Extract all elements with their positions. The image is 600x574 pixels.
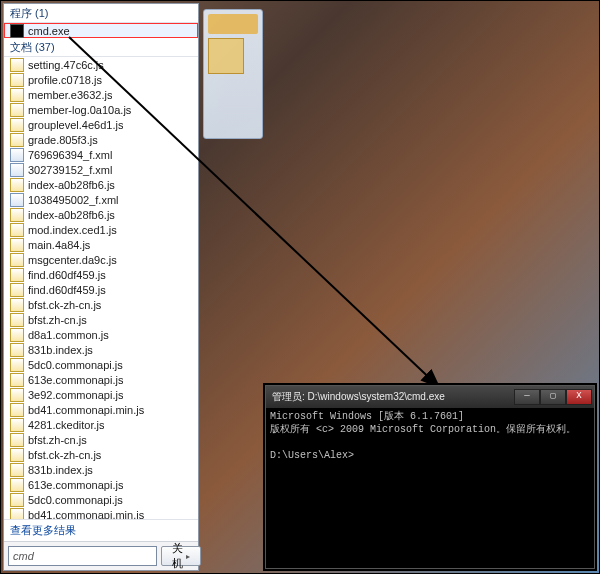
ribbon-highlight xyxy=(208,14,258,34)
file-item[interactable]: grouplevel.4e6d1.js xyxy=(4,117,198,132)
minimize-button[interactable]: — xyxy=(514,389,540,405)
paste-button-bg xyxy=(208,38,244,74)
search-input[interactable] xyxy=(8,546,157,566)
js-icon xyxy=(10,493,24,507)
file-item[interactable]: 5dc0.commonapi.js xyxy=(4,357,198,372)
file-item[interactable]: 1038495002_f.xml xyxy=(4,192,198,207)
js-icon xyxy=(10,268,24,282)
close-button[interactable]: X xyxy=(566,389,592,405)
js-icon xyxy=(10,343,24,357)
js-icon xyxy=(10,478,24,492)
js-icon xyxy=(10,388,24,402)
js-icon xyxy=(10,223,24,237)
file-item[interactable]: 831b.index.js xyxy=(4,462,198,477)
shutdown-label: 关机 xyxy=(172,541,183,571)
js-icon xyxy=(10,88,24,102)
file-item[interactable]: 769696394_f.xml xyxy=(4,147,198,162)
file-label: 831b.index.js xyxy=(28,344,93,356)
file-label: 613e.commonapi.js xyxy=(28,479,123,491)
js-icon xyxy=(10,133,24,147)
file-label: setting.47c6c.js xyxy=(28,59,104,71)
file-item[interactable]: member-log.0a10a.js xyxy=(4,102,198,117)
file-item[interactable]: 831b.index.js xyxy=(4,342,198,357)
file-item[interactable]: bd41.commonapi.min.js xyxy=(4,402,198,417)
maximize-button[interactable]: ▢ xyxy=(540,389,566,405)
file-label: d8a1.common.js xyxy=(28,329,109,341)
js-icon xyxy=(10,208,24,222)
file-item[interactable]: main.4a84.js xyxy=(4,237,198,252)
file-item[interactable]: 4281.ckeditor.js xyxy=(4,417,198,432)
console-body[interactable]: Microsoft Windows [版本 6.1.7601] 版权所有 <c>… xyxy=(266,408,594,568)
file-item[interactable]: bfst.zh-cn.js xyxy=(4,432,198,447)
file-label: index-a0b28fb6.js xyxy=(28,209,115,221)
console-line: Microsoft Windows [版本 6.1.7601] xyxy=(270,411,464,422)
console-titlebar[interactable]: 管理员: D:\windows\system32\cmd.exe — ▢ X xyxy=(266,386,594,408)
js-icon xyxy=(10,373,24,387)
file-item[interactable]: d8a1.common.js xyxy=(4,327,198,342)
file-item[interactable]: bd41.commonapi.min.js xyxy=(4,507,198,519)
file-label: profile.c0718.js xyxy=(28,74,102,86)
file-item[interactable]: mod.index.ced1.js xyxy=(4,222,198,237)
file-item[interactable]: setting.47c6c.js xyxy=(4,57,198,72)
cmd-console-window: 管理员: D:\windows\system32\cmd.exe — ▢ X M… xyxy=(265,385,595,569)
xml-icon xyxy=(10,148,24,162)
files-list: setting.47c6c.jsprofile.c0718.jsmember.e… xyxy=(4,57,198,519)
file-label: grouplevel.4e6d1.js xyxy=(28,119,123,131)
js-icon xyxy=(10,283,24,297)
file-label: grade.805f3.js xyxy=(28,134,98,146)
console-prompt: D:\Users\Alex> xyxy=(270,450,354,461)
js-icon xyxy=(10,178,24,192)
js-icon xyxy=(10,403,24,417)
program-label: cmd.exe xyxy=(28,25,70,37)
file-label: 1038495002_f.xml xyxy=(28,194,119,206)
programs-section-header: 程序 (1) xyxy=(4,4,198,23)
file-item[interactable]: 3e92.commonapi.js xyxy=(4,387,198,402)
file-item[interactable]: bfst.ck-zh-cn.js xyxy=(4,447,198,462)
js-icon xyxy=(10,433,24,447)
file-label: 769696394_f.xml xyxy=(28,149,112,161)
file-item[interactable]: bfst.ck-zh-cn.js xyxy=(4,297,198,312)
file-label: 831b.index.js xyxy=(28,464,93,476)
program-cmd[interactable]: cmd.exe xyxy=(4,23,198,38)
file-label: bd41.commonapi.min.js xyxy=(28,509,144,520)
file-item[interactable]: 302739152_f.xml xyxy=(4,162,198,177)
file-item[interactable]: 613e.commonapi.js xyxy=(4,372,198,387)
see-more-results[interactable]: 查看更多结果 xyxy=(4,519,198,541)
file-item[interactable]: bfst.zh-cn.js xyxy=(4,312,198,327)
file-item[interactable]: msgcenter.da9c.js xyxy=(4,252,198,267)
file-item[interactable]: index-a0b28fb6.js xyxy=(4,207,198,222)
file-label: find.d60df459.js xyxy=(28,269,106,281)
console-title: 管理员: D:\windows\system32\cmd.exe xyxy=(272,390,514,404)
js-icon xyxy=(10,103,24,117)
js-icon xyxy=(10,358,24,372)
js-icon xyxy=(10,298,24,312)
chevron-right-icon: ▸ xyxy=(186,552,190,561)
js-icon xyxy=(10,253,24,267)
background-window xyxy=(203,9,263,139)
file-item[interactable]: 613e.commonapi.js xyxy=(4,477,198,492)
cmd-icon xyxy=(10,24,24,38)
search-row: 关机 ▸ xyxy=(4,541,198,570)
js-icon xyxy=(10,448,24,462)
file-label: msgcenter.da9c.js xyxy=(28,254,117,266)
file-item[interactable]: member.e3632.js xyxy=(4,87,198,102)
file-item[interactable]: find.d60df459.js xyxy=(4,267,198,282)
file-label: index-a0b28fb6.js xyxy=(28,179,115,191)
file-item[interactable]: grade.805f3.js xyxy=(4,132,198,147)
js-icon xyxy=(10,73,24,87)
window-buttons: — ▢ X xyxy=(514,389,592,405)
file-label: bfst.ck-zh-cn.js xyxy=(28,449,101,461)
file-item[interactable]: 5dc0.commonapi.js xyxy=(4,492,198,507)
file-label: member-log.0a10a.js xyxy=(28,104,131,116)
file-label: find.d60df459.js xyxy=(28,284,106,296)
file-item[interactable]: find.d60df459.js xyxy=(4,282,198,297)
shutdown-button[interactable]: 关机 ▸ xyxy=(161,546,201,566)
start-menu-panel: 程序 (1) cmd.exe 文档 (37) setting.47c6c.jsp… xyxy=(3,3,199,571)
xml-icon xyxy=(10,193,24,207)
files-section-header: 文档 (37) xyxy=(4,38,198,57)
file-item[interactable]: index-a0b28fb6.js xyxy=(4,177,198,192)
file-label: bfst.zh-cn.js xyxy=(28,314,87,326)
file-item[interactable]: profile.c0718.js xyxy=(4,72,198,87)
file-label: 3e92.commonapi.js xyxy=(28,389,123,401)
js-icon xyxy=(10,118,24,132)
